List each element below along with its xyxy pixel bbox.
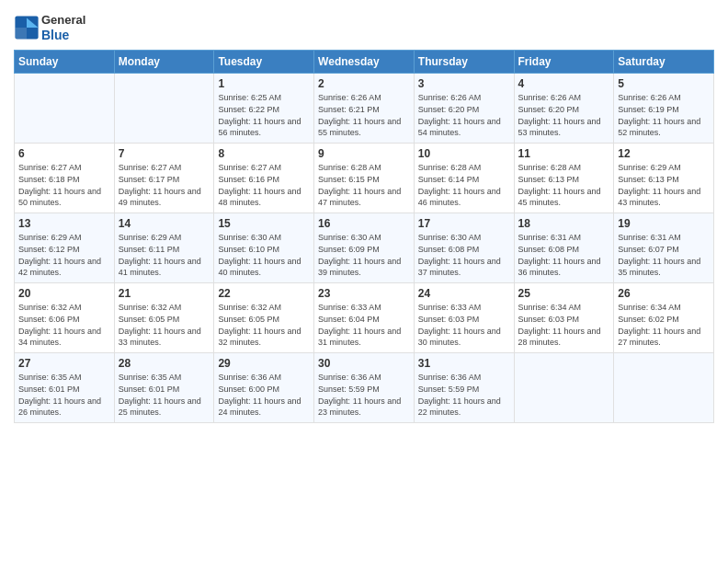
day-number: 24 bbox=[418, 287, 510, 300]
logo-icon bbox=[14, 15, 40, 40]
day-number: 13 bbox=[18, 217, 110, 230]
day-info: Sunrise: 6:29 AMSunset: 6:12 PMDaylight:… bbox=[18, 232, 110, 278]
day-number: 5 bbox=[618, 77, 710, 90]
weekday-header-friday: Friday bbox=[514, 51, 614, 74]
calendar-day-cell: 25Sunrise: 6:34 AMSunset: 6:03 PMDayligh… bbox=[514, 283, 614, 353]
calendar-day-cell: 28Sunrise: 6:35 AMSunset: 6:01 PMDayligh… bbox=[114, 353, 214, 423]
day-info: Sunrise: 6:32 AMSunset: 6:05 PMDaylight:… bbox=[218, 302, 310, 348]
day-info: Sunrise: 6:25 AMSunset: 6:22 PMDaylight:… bbox=[218, 92, 310, 138]
calendar-day-cell: 26Sunrise: 6:34 AMSunset: 6:02 PMDayligh… bbox=[614, 283, 714, 353]
calendar-table: SundayMondayTuesdayWednesdayThursdayFrid… bbox=[14, 50, 714, 423]
logo-general: General bbox=[41, 13, 85, 27]
calendar-day-cell: 31Sunrise: 6:36 AMSunset: 5:59 PMDayligh… bbox=[414, 353, 514, 423]
day-number: 6 bbox=[18, 147, 110, 160]
logo-blue: Blue bbox=[41, 28, 69, 42]
day-number: 22 bbox=[218, 287, 310, 300]
day-info: Sunrise: 6:26 AMSunset: 6:21 PMDaylight:… bbox=[318, 92, 410, 138]
calendar-day-cell: 27Sunrise: 6:35 AMSunset: 6:01 PMDayligh… bbox=[15, 353, 115, 423]
logo-text: General Blue bbox=[41, 13, 85, 42]
day-number: 31 bbox=[418, 357, 510, 370]
calendar-week-row: 13Sunrise: 6:29 AMSunset: 6:12 PMDayligh… bbox=[15, 213, 714, 283]
day-number: 28 bbox=[119, 357, 210, 370]
day-info: Sunrise: 6:27 AMSunset: 6:18 PMDaylight:… bbox=[18, 162, 110, 208]
day-number: 26 bbox=[618, 287, 710, 300]
day-info: Sunrise: 6:30 AMSunset: 6:10 PMDaylight:… bbox=[218, 232, 310, 278]
calendar-day-cell: 17Sunrise: 6:30 AMSunset: 6:08 PMDayligh… bbox=[414, 213, 514, 283]
calendar-day-cell: 29Sunrise: 6:36 AMSunset: 6:00 PMDayligh… bbox=[214, 353, 314, 423]
day-info: Sunrise: 6:28 AMSunset: 6:14 PMDaylight:… bbox=[418, 162, 510, 208]
day-info: Sunrise: 6:34 AMSunset: 6:03 PMDaylight:… bbox=[518, 302, 610, 348]
day-info: Sunrise: 6:35 AMSunset: 6:01 PMDaylight:… bbox=[18, 372, 110, 418]
day-info: Sunrise: 6:36 AMSunset: 5:59 PMDaylight:… bbox=[318, 372, 410, 418]
day-info: Sunrise: 6:33 AMSunset: 6:03 PMDaylight:… bbox=[418, 302, 510, 348]
calendar-day-cell: 15Sunrise: 6:30 AMSunset: 6:10 PMDayligh… bbox=[214, 213, 314, 283]
day-number: 14 bbox=[119, 217, 210, 230]
calendar-week-row: 20Sunrise: 6:32 AMSunset: 6:06 PMDayligh… bbox=[15, 283, 714, 353]
svg-rect-2 bbox=[15, 28, 27, 40]
calendar-day-cell: 7Sunrise: 6:27 AMSunset: 6:17 PMDaylight… bbox=[114, 144, 214, 213]
day-info: Sunrise: 6:35 AMSunset: 6:01 PMDaylight:… bbox=[119, 372, 210, 418]
calendar-day-cell: 11Sunrise: 6:28 AMSunset: 6:13 PMDayligh… bbox=[514, 144, 614, 213]
day-info: Sunrise: 6:31 AMSunset: 6:08 PMDaylight:… bbox=[518, 232, 610, 278]
calendar-day-cell: 4Sunrise: 6:26 AMSunset: 6:20 PMDaylight… bbox=[514, 74, 614, 144]
calendar-day-cell: 3Sunrise: 6:26 AMSunset: 6:20 PMDaylight… bbox=[414, 74, 514, 144]
weekday-header-saturday: Saturday bbox=[614, 51, 714, 74]
day-info: Sunrise: 6:30 AMSunset: 6:09 PMDaylight:… bbox=[318, 232, 410, 278]
calendar-day-cell bbox=[114, 74, 214, 144]
day-info: Sunrise: 6:26 AMSunset: 6:20 PMDaylight:… bbox=[418, 92, 510, 138]
calendar-day-cell: 18Sunrise: 6:31 AMSunset: 6:08 PMDayligh… bbox=[514, 213, 614, 283]
weekday-header-sunday: Sunday bbox=[15, 51, 115, 74]
calendar-week-row: 6Sunrise: 6:27 AMSunset: 6:18 PMDaylight… bbox=[15, 144, 714, 213]
day-number: 16 bbox=[318, 217, 410, 230]
day-number: 30 bbox=[318, 357, 410, 370]
calendar-day-cell: 13Sunrise: 6:29 AMSunset: 6:12 PMDayligh… bbox=[15, 213, 115, 283]
day-info: Sunrise: 6:33 AMSunset: 6:04 PMDaylight:… bbox=[318, 302, 410, 348]
day-number: 1 bbox=[218, 77, 310, 90]
day-info: Sunrise: 6:27 AMSunset: 6:17 PMDaylight:… bbox=[119, 162, 210, 208]
calendar-day-cell: 1Sunrise: 6:25 AMSunset: 6:22 PMDaylight… bbox=[214, 74, 314, 144]
calendar-day-cell: 14Sunrise: 6:29 AMSunset: 6:11 PMDayligh… bbox=[114, 213, 214, 283]
day-info: Sunrise: 6:32 AMSunset: 6:06 PMDaylight:… bbox=[18, 302, 110, 348]
day-number: 17 bbox=[418, 217, 510, 230]
calendar-day-cell: 23Sunrise: 6:33 AMSunset: 6:04 PMDayligh… bbox=[314, 283, 415, 353]
calendar-day-cell: 16Sunrise: 6:30 AMSunset: 6:09 PMDayligh… bbox=[314, 213, 415, 283]
day-info: Sunrise: 6:31 AMSunset: 6:07 PMDaylight:… bbox=[618, 232, 710, 278]
day-info: Sunrise: 6:36 AMSunset: 6:00 PMDaylight:… bbox=[218, 372, 310, 418]
calendar-day-cell: 22Sunrise: 6:32 AMSunset: 6:05 PMDayligh… bbox=[214, 283, 314, 353]
day-info: Sunrise: 6:36 AMSunset: 5:59 PMDaylight:… bbox=[418, 372, 510, 418]
day-number: 9 bbox=[318, 147, 410, 160]
day-info: Sunrise: 6:29 AMSunset: 6:11 PMDaylight:… bbox=[119, 232, 210, 278]
day-number: 20 bbox=[18, 287, 110, 300]
page-container: General Blue SundayMondayTuesdayWednesda… bbox=[0, 0, 728, 432]
weekday-header-tuesday: Tuesday bbox=[214, 51, 314, 74]
day-number: 3 bbox=[418, 77, 510, 90]
weekday-header-row: SundayMondayTuesdayWednesdayThursdayFrid… bbox=[15, 51, 714, 74]
calendar-day-cell: 24Sunrise: 6:33 AMSunset: 6:03 PMDayligh… bbox=[414, 283, 514, 353]
calendar-day-cell: 10Sunrise: 6:28 AMSunset: 6:14 PMDayligh… bbox=[414, 144, 514, 213]
day-number: 12 bbox=[618, 147, 710, 160]
logo: General Blue bbox=[14, 13, 85, 42]
calendar-day-cell: 8Sunrise: 6:27 AMSunset: 6:16 PMDaylight… bbox=[214, 144, 314, 213]
day-info: Sunrise: 6:27 AMSunset: 6:16 PMDaylight:… bbox=[218, 162, 310, 208]
calendar-week-row: 1Sunrise: 6:25 AMSunset: 6:22 PMDaylight… bbox=[15, 74, 714, 144]
calendar-day-cell bbox=[614, 353, 714, 423]
day-number: 19 bbox=[618, 217, 710, 230]
weekday-header-thursday: Thursday bbox=[414, 51, 514, 74]
day-info: Sunrise: 6:34 AMSunset: 6:02 PMDaylight:… bbox=[618, 302, 710, 348]
calendar-day-cell: 19Sunrise: 6:31 AMSunset: 6:07 PMDayligh… bbox=[614, 213, 714, 283]
day-number: 2 bbox=[318, 77, 410, 90]
day-info: Sunrise: 6:26 AMSunset: 6:19 PMDaylight:… bbox=[618, 92, 710, 138]
day-info: Sunrise: 6:32 AMSunset: 6:05 PMDaylight:… bbox=[119, 302, 210, 348]
calendar-day-cell bbox=[15, 74, 115, 144]
calendar-day-cell: 9Sunrise: 6:28 AMSunset: 6:15 PMDaylight… bbox=[314, 144, 415, 213]
day-number: 11 bbox=[518, 147, 610, 160]
day-info: Sunrise: 6:30 AMSunset: 6:08 PMDaylight:… bbox=[418, 232, 510, 278]
calendar-day-cell: 5Sunrise: 6:26 AMSunset: 6:19 PMDaylight… bbox=[614, 74, 714, 144]
day-number: 10 bbox=[418, 147, 510, 160]
day-number: 15 bbox=[218, 217, 310, 230]
calendar-day-cell: 6Sunrise: 6:27 AMSunset: 6:18 PMDaylight… bbox=[15, 144, 115, 213]
calendar-day-cell: 30Sunrise: 6:36 AMSunset: 5:59 PMDayligh… bbox=[314, 353, 415, 423]
day-info: Sunrise: 6:29 AMSunset: 6:13 PMDaylight:… bbox=[618, 162, 710, 208]
calendar-week-row: 27Sunrise: 6:35 AMSunset: 6:01 PMDayligh… bbox=[15, 353, 714, 423]
day-info: Sunrise: 6:28 AMSunset: 6:15 PMDaylight:… bbox=[318, 162, 410, 208]
